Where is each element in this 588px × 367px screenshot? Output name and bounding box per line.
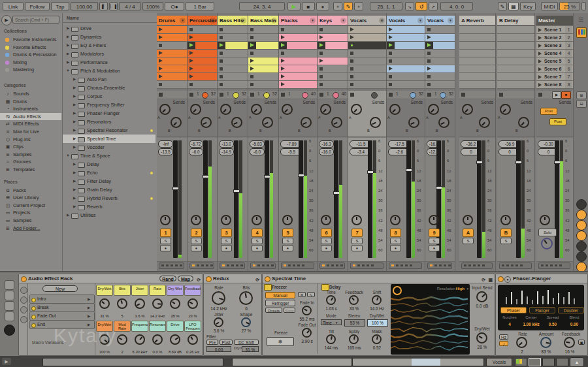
midi-map-button[interactable]: MIDI xyxy=(541,2,558,10)
resolution-value[interactable]: High xyxy=(456,287,465,291)
send-post-toggle[interactable]: Post xyxy=(540,108,557,115)
solo-button[interactable]: S xyxy=(463,238,474,244)
collapsed-arrow-icon[interactable]: ▶ xyxy=(72,84,77,92)
sidebar-item-drums[interactable]: ▦Drums xyxy=(0,98,61,105)
mixer-section-toggle[interactable] xyxy=(576,241,587,251)
macro-knob[interactable] xyxy=(99,298,110,309)
shift-knob[interactable] xyxy=(372,295,382,305)
onsets-button[interactable]: Onsets xyxy=(265,308,282,313)
clip-slot[interactable] xyxy=(218,57,248,65)
clip-slot[interactable] xyxy=(157,81,187,89)
clip-slot[interactable] xyxy=(248,65,278,73)
clip-slot[interactable] xyxy=(157,57,187,65)
solo-button[interactable]: S xyxy=(390,238,401,244)
empty-return-slot[interactable] xyxy=(497,73,534,81)
clip-slot[interactable] xyxy=(387,34,425,42)
send-a-knob[interactable] xyxy=(282,104,293,115)
hot-swap-icon[interactable]: ⟳ xyxy=(255,276,259,284)
clip-stop-all-icon[interactable] xyxy=(350,93,354,97)
solo-button[interactable]: S xyxy=(282,238,293,244)
clip-slot[interactable] xyxy=(348,65,386,73)
collapsed-arrow-icon[interactable]: ▶ xyxy=(72,101,77,109)
sidebar-item-packs[interactable]: ⧉Packs xyxy=(0,187,61,194)
chain-play-icon[interactable]: ▶ xyxy=(88,312,93,320)
loop-start-field[interactable]: 25. 1. 1 xyxy=(370,2,402,10)
pan-knob[interactable] xyxy=(252,215,262,225)
spread-value[interactable]: 0.50 xyxy=(542,322,563,327)
clip-slot[interactable] xyxy=(318,26,348,34)
sidebar-item-midi-effects[interactable]: ⇄MIDI Effects xyxy=(0,120,61,127)
clip-slot[interactable] xyxy=(218,65,248,73)
clip-stop-all-icon[interactable] xyxy=(220,93,223,97)
pan-knob[interactable] xyxy=(540,215,550,225)
chain-on-icon[interactable] xyxy=(31,315,36,319)
device-on-icon[interactable] xyxy=(21,276,27,282)
groove-amount-field[interactable]: 100% xyxy=(142,2,163,10)
sidebar-item-drums-percussion[interactable]: Drums & Percussion xyxy=(0,51,61,58)
clip-slot[interactable] xyxy=(279,57,317,65)
clip-slot[interactable] xyxy=(279,50,317,57)
pan-knob[interactable] xyxy=(429,215,439,225)
clip-slot[interactable] xyxy=(348,57,386,65)
empty-return-slot[interactable] xyxy=(459,42,495,50)
fold-track-icon[interactable]: ▾ xyxy=(240,18,246,24)
clip-slot[interactable] xyxy=(157,73,187,81)
volume-field[interactable]: -14.9 xyxy=(219,148,234,155)
clip-slot[interactable] xyxy=(387,50,425,57)
send-a-knob[interactable] xyxy=(389,104,400,115)
scene-slot[interactable]: Scene 66 xyxy=(536,65,573,73)
clip-slot[interactable] xyxy=(318,65,348,73)
mixer-section-toggle[interactable] xyxy=(576,210,587,220)
sidebar-item-audio-effects[interactable]: ⦰Audio Effects xyxy=(0,113,61,120)
collapsed-arrow-icon[interactable]: ▶ xyxy=(72,168,77,177)
track-activator-button[interactable]: 1 xyxy=(160,229,171,237)
track-header[interactable]: Vocals⊘ xyxy=(348,16,386,25)
solo-button[interactable]: S xyxy=(160,238,171,244)
tree-item-delay[interactable]: ▶Delay xyxy=(63,160,155,168)
arm-button[interactable]: ● xyxy=(390,245,401,251)
solo-button[interactable]: S xyxy=(500,238,512,244)
volume-fader[interactable] xyxy=(203,140,208,258)
loop-length-field[interactable]: 4. 0. 0 xyxy=(440,2,473,10)
clip-slot[interactable] xyxy=(248,81,278,89)
send-a-knob[interactable] xyxy=(462,104,473,115)
feedback-knob[interactable] xyxy=(349,295,359,305)
send-b-knob[interactable] xyxy=(171,117,182,128)
punch-out-button[interactable]: ↗ xyxy=(429,2,438,10)
fold-track-icon[interactable]: ▾ xyxy=(340,18,346,24)
sidebar-item-mastering[interactable]: Mastering xyxy=(0,66,61,73)
send-a-knob[interactable] xyxy=(190,104,201,115)
volume-fader[interactable] xyxy=(334,140,338,258)
computer-midi-keyboard-button[interactable]: ▦ xyxy=(508,2,519,10)
tilt-knob[interactable] xyxy=(326,334,336,344)
solo-button[interactable]: S xyxy=(351,238,363,244)
clip-slot[interactable] xyxy=(348,34,386,42)
pan-knob[interactable] xyxy=(463,215,473,225)
sidebar-item-plug-ins[interactable]: ⬡Plug-Ins xyxy=(0,136,61,143)
nudge-down-button[interactable]: ▐▏ xyxy=(99,2,108,10)
punch-in-button[interactable]: ↘ xyxy=(405,2,414,10)
track-activator-button[interactable]: 2 xyxy=(191,229,202,237)
chain-play-icon[interactable]: ▶ xyxy=(88,321,93,328)
chain-on-icon[interactable] xyxy=(31,298,36,302)
pan-knob[interactable] xyxy=(221,215,231,225)
clip-slot[interactable] xyxy=(248,42,278,50)
volume-field[interactable]: -6.0 xyxy=(250,148,265,155)
feedback-invert-button[interactable]: ▣ xyxy=(578,340,585,345)
show-device-chain-icon[interactable]: ▶ xyxy=(2,358,11,365)
device-on-icon[interactable] xyxy=(206,276,212,282)
time-knob[interactable] xyxy=(326,295,336,305)
amount-knob[interactable] xyxy=(540,337,551,348)
track-header[interactable]: Percussion▾ xyxy=(188,16,217,25)
volume-field[interactable]: -13.5 xyxy=(158,148,173,155)
tree-item-drive[interactable]: ▶Drive xyxy=(63,24,155,33)
tree-item-corpus[interactable]: ▶Corpus xyxy=(63,92,155,101)
clip-slot[interactable] xyxy=(218,42,248,50)
macro-knob[interactable] xyxy=(170,334,180,345)
collapsed-arrow-icon[interactable]: ▶ xyxy=(65,24,71,33)
clip-stop-all-icon[interactable] xyxy=(427,93,431,97)
io-toggle[interactable]: ⊞ xyxy=(576,91,587,99)
tree-item-phaser-flanger[interactable]: ▶Phaser-Flanger xyxy=(63,109,155,118)
track-header[interactable]: Bass Main▾ xyxy=(248,16,278,25)
clip-slot[interactable] xyxy=(279,73,317,81)
